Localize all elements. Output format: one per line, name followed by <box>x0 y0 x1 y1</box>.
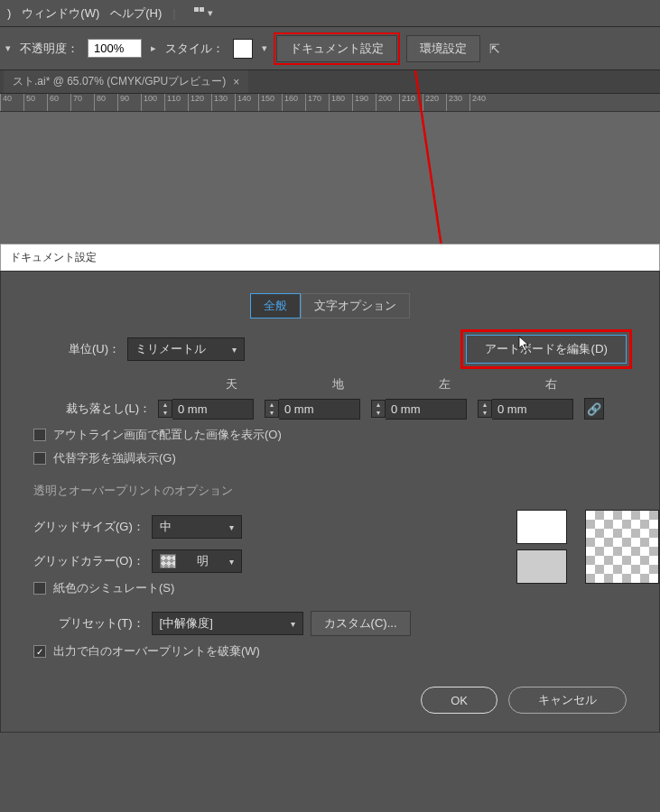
step-down-icon[interactable]: ▾ <box>159 409 172 417</box>
transparency-section-label: 透明とオーバープリントのオプション <box>33 483 659 499</box>
pin-icon[interactable]: ⇱ <box>489 42 500 56</box>
menu-window[interactable]: ウィンドウ(W) <box>22 5 99 22</box>
ruler-tick: 160 <box>282 94 305 111</box>
ruler-tick: 90 <box>117 94 141 111</box>
alt-glyphs-label: 代替字形を強調表示(G) <box>53 450 176 466</box>
document-tabs: スト.ai* @ 65.07% (CMYK/GPUプレビュー) × <box>0 70 660 94</box>
opacity-field[interactable]: 100% <box>88 39 142 58</box>
bleed-right-input[interactable]: 0 mm <box>492 399 573 420</box>
bleed-top-stepper[interactable]: ▴▾ 0 mm <box>158 399 257 420</box>
discard-white-overprint-checkbox[interactable]: 出力で白のオーバープリントを破棄(W) <box>33 643 659 660</box>
bleed-left-input[interactable]: 0 mm <box>386 399 467 420</box>
bleed-left-stepper[interactable]: ▴▾ 0 mm <box>371 399 470 420</box>
step-up-icon[interactable]: ▴ <box>479 401 491 409</box>
grid-color-select[interactable]: 明 ▾ <box>152 549 242 573</box>
workspace-switcher[interactable]: ▾ <box>194 7 213 19</box>
custom-button[interactable]: カスタム(C)... <box>311 611 411 636</box>
document-setup-button[interactable]: ドキュメント設定 <box>276 35 397 62</box>
close-icon[interactable]: × <box>233 76 239 88</box>
chevron-down-icon[interactable]: ▾ <box>262 42 267 54</box>
grid-size-label: グリッドサイズ(G)： <box>33 519 144 535</box>
ruler-tick: 220 <box>423 94 446 111</box>
preferences-button[interactable]: 環境設定 <box>406 35 480 62</box>
step-up-icon[interactable]: ▴ <box>159 401 172 409</box>
menu-view-partial[interactable]: ) <box>7 6 11 20</box>
grid-color-label: グリッドカラー(O)： <box>33 553 144 569</box>
dialog-tabs: 全般 文字オプション <box>1 293 659 318</box>
outline-images-checkbox[interactable]: アウトライン画面で配置した画像を表示(O) <box>33 427 659 443</box>
link-values-icon[interactable]: 🔗 <box>584 398 604 420</box>
ruler-tick: 70 <box>70 94 94 111</box>
style-label: スタイル： <box>165 41 224 57</box>
checkbox-icon <box>33 429 46 441</box>
bleed-bottom-input[interactable]: 0 mm <box>279 399 360 420</box>
preset-select[interactable]: [中解像度] ▾ <box>152 612 303 635</box>
cancel-button[interactable]: キャンセル <box>508 687 627 714</box>
simulate-paper-checkbox[interactable]: 紙色のシミュレート(S) <box>33 580 480 596</box>
ruler-tick: 180 <box>329 94 352 111</box>
bleed-top-input[interactable]: 0 mm <box>172 399 254 420</box>
ruler-tick: 130 <box>211 94 235 111</box>
preset-value: [中解像度] <box>160 615 213 632</box>
control-bar: ▾ 不透明度： 100% ▸ スタイル： ▾ ドキュメント設定 環境設定 ⇱ <box>0 27 660 70</box>
style-swatch[interactable] <box>233 39 253 59</box>
chevron-down-icon: ▾ <box>232 345 237 355</box>
menu-bar: ) ウィンドウ(W) ヘルプ(H) | ▾ <box>0 0 660 27</box>
chevron-down-icon: ▾ <box>229 557 234 567</box>
tab-text-options[interactable]: 文字オプション <box>301 293 410 318</box>
horizontal-ruler: 4050607080901001101201301401501601701801… <box>0 94 660 112</box>
grid-color-value: 明 <box>197 553 209 569</box>
ruler-tick: 170 <box>305 94 329 111</box>
step-down-icon[interactable]: ▾ <box>372 409 385 417</box>
step-up-icon[interactable]: ▴ <box>372 401 385 409</box>
preset-label: プリセット(T)： <box>59 615 144 632</box>
document-tab[interactable]: スト.ai* @ 65.07% (CMYK/GPUプレビュー) × <box>4 70 248 93</box>
grid-size-select[interactable]: 中 ▾ <box>152 515 242 539</box>
dither-swatch-icon <box>160 554 176 568</box>
document-tab-label: スト.ai* @ 65.07% (CMYK/GPUプレビュー) <box>13 74 226 89</box>
units-value: ミリメートル <box>135 341 206 357</box>
checkbox-icon <box>33 645 46 658</box>
step-up-icon[interactable]: ▴ <box>265 401 278 409</box>
ruler-tick: 210 <box>399 94 423 111</box>
ruler-tick: 60 <box>47 94 70 111</box>
bleed-bottom-header: 地 <box>284 376 391 392</box>
bleed-bottom-stepper[interactable]: ▴▾ 0 mm <box>265 399 364 420</box>
chevron-down-icon[interactable]: ▾ <box>5 42 11 54</box>
bleed-right-header: 右 <box>497 376 604 392</box>
ruler-tick: 40 <box>0 94 23 111</box>
tab-general[interactable]: 全般 <box>250 293 301 318</box>
checkbox-icon <box>33 452 46 465</box>
simulate-paper-label: 紙色のシミュレート(S) <box>53 580 174 596</box>
step-down-icon[interactable]: ▾ <box>479 409 491 417</box>
bleed-top-header: 天 <box>178 376 284 392</box>
units-select[interactable]: ミリメートル ▾ <box>127 337 245 361</box>
opacity-label: 不透明度： <box>20 41 79 57</box>
grid-icon <box>194 7 204 19</box>
grid-preview <box>516 510 659 584</box>
preview-gray-swatch <box>516 549 567 584</box>
bleed-label: 裁ち落とし(L)： <box>33 401 151 417</box>
ruler-tick: 200 <box>376 94 399 111</box>
ruler-tick: 120 <box>188 94 211 111</box>
ruler-tick: 50 <box>23 94 47 111</box>
edit-artboards-button[interactable]: アートボードを編集(D) <box>466 335 627 364</box>
document-setup-dialog: ドキュメント設定 全般 文字オプション 単位(U)： ミリメートル ▾ アートボ… <box>0 244 660 812</box>
checkbox-icon <box>33 582 46 595</box>
ruler-tick: 80 <box>94 94 117 111</box>
menu-help[interactable]: ヘルプ(H) <box>110 5 162 22</box>
ok-button[interactable]: OK <box>421 687 497 714</box>
chevron-down-icon: ▾ <box>229 522 234 532</box>
chevron-down-icon: ▾ <box>208 7 213 19</box>
alt-glyphs-checkbox[interactable]: 代替字形を強調表示(G) <box>33 450 659 466</box>
canvas[interactable] <box>0 112 660 247</box>
chevron-right-icon[interactable]: ▸ <box>151 42 156 54</box>
ruler-tick: 100 <box>141 94 164 111</box>
bleed-right-stepper[interactable]: ▴▾ 0 mm <box>478 399 577 420</box>
ruler-tick: 150 <box>258 94 282 111</box>
outline-images-label: アウトライン画面で配置した画像を表示(O) <box>53 427 282 443</box>
ruler-tick: 240 <box>469 94 493 111</box>
step-down-icon[interactable]: ▾ <box>265 409 278 417</box>
preview-white-swatch <box>516 510 567 544</box>
dialog-title-bar: ドキュメント設定 <box>0 244 660 271</box>
